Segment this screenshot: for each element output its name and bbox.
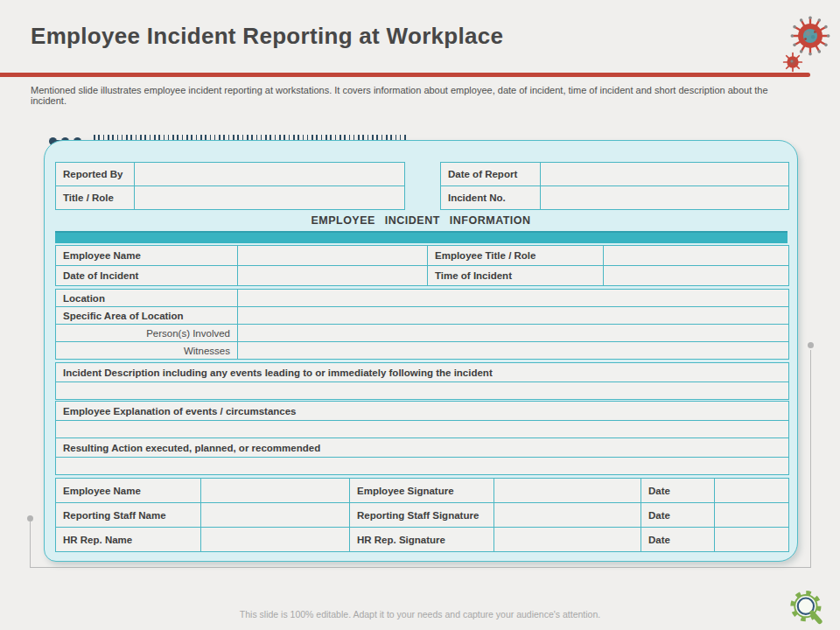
- employee-info-table: Employee Name Employee Title / Role Date…: [55, 245, 789, 286]
- connector-line: [30, 567, 811, 568]
- search-gear-icon: [788, 590, 826, 630]
- employee-title-role-field[interactable]: [604, 246, 788, 265]
- hr-rep-signature-field[interactable]: [494, 528, 640, 551]
- incident-description-label: Incident Description including any event…: [56, 363, 788, 382]
- employee-explanation-field[interactable]: [56, 421, 788, 438]
- title-role-field[interactable]: [135, 186, 404, 209]
- employee-title-role-label: Employee Title / Role: [428, 246, 603, 265]
- signature-table: Employee Name Employee Signature Date Re…: [55, 478, 789, 552]
- date-of-report-label: Date of Report: [441, 163, 540, 186]
- date-of-incident-label: Date of Incident: [56, 266, 237, 285]
- resulting-action-field[interactable]: [56, 458, 788, 474]
- employee-signature-label: Employee Signature: [350, 479, 494, 502]
- reporting-staff-signature-label: Reporting Staff Signature: [350, 503, 494, 527]
- resulting-action-label: Resulting Action executed, planned, or r…: [56, 438, 788, 457]
- reported-by-label: Reported By: [56, 163, 134, 186]
- date-of-incident-field[interactable]: [238, 266, 427, 285]
- location-field[interactable]: [238, 290, 788, 306]
- location-table: Location Specific Area of Location Perso…: [55, 289, 789, 360]
- sig-employee-name-label: Employee Name: [56, 479, 200, 502]
- employee-date-field[interactable]: [715, 479, 788, 502]
- persons-involved-label: Person(s) Involved: [56, 325, 237, 341]
- connector-line: [30, 521, 31, 568]
- section-title: EMPLOYEE INCIDENT INFORMATION: [45, 214, 797, 227]
- slide-description: Mentioned slide illustrates employee inc…: [31, 85, 801, 106]
- report-meta-table: Reported By Title / Role: [55, 162, 405, 210]
- connector-line: [810, 350, 811, 568]
- employee-signature-field[interactable]: [494, 479, 640, 502]
- incident-description-section: Incident Description including any event…: [55, 362, 789, 400]
- reporting-staff-name-field[interactable]: [201, 503, 349, 527]
- witnesses-label: Witnesses: [56, 342, 237, 359]
- hr-rep-name-label: HR Rep. Name: [56, 528, 200, 551]
- hr-rep-date-field[interactable]: [715, 528, 788, 551]
- specific-area-label: Specific Area of Location: [56, 307, 237, 324]
- reporting-staff-name-label: Reporting Staff Name: [56, 503, 200, 527]
- reporting-staff-date-label: Date: [641, 503, 714, 527]
- connector-dot: [808, 342, 814, 348]
- virus-icon-small: [781, 51, 804, 77]
- hr-rep-name-field[interactable]: [201, 528, 349, 551]
- date-of-report-field[interactable]: [541, 163, 788, 186]
- persons-involved-field[interactable]: [238, 325, 788, 341]
- specific-area-field[interactable]: [238, 307, 788, 324]
- reporting-staff-signature-field[interactable]: [494, 503, 640, 527]
- employee-name-label: Employee Name: [56, 246, 237, 265]
- slide: Employee Incident Reporting at Workplace…: [0, 0, 840, 630]
- incident-form-panel: Reported By Title / Role Date of Report …: [44, 140, 798, 562]
- incident-no-field[interactable]: [541, 186, 788, 209]
- employee-explanation-section: Employee Explanation of events / circums…: [55, 401, 789, 438]
- reported-by-field[interactable]: [135, 163, 404, 186]
- employee-date-label: Date: [641, 479, 714, 502]
- title-divider: [0, 73, 810, 77]
- report-meta-table-right: Date of Report Incident No.: [440, 162, 789, 210]
- hr-rep-date-label: Date: [641, 528, 714, 551]
- footer-note: This slide is 100% editable. Adapt it to…: [0, 609, 840, 620]
- time-of-incident-field[interactable]: [604, 266, 788, 285]
- location-label: Location: [56, 290, 237, 306]
- section-header-bar: [55, 231, 788, 243]
- resulting-action-section: Resulting Action executed, planned, or r…: [55, 438, 789, 475]
- sig-employee-name-field[interactable]: [201, 479, 349, 502]
- title-role-label: Title / Role: [56, 186, 134, 209]
- hr-rep-signature-label: HR Rep. Signature: [350, 528, 494, 551]
- incident-no-label: Incident No.: [441, 186, 540, 209]
- reporting-staff-date-field[interactable]: [715, 503, 788, 527]
- time-of-incident-label: Time of Incident: [428, 266, 603, 285]
- incident-description-field[interactable]: [56, 382, 788, 399]
- witnesses-field[interactable]: [238, 342, 788, 359]
- employee-explanation-label: Employee Explanation of events / circums…: [56, 402, 788, 420]
- page-title: Employee Incident Reporting at Workplace: [31, 23, 766, 50]
- employee-name-field[interactable]: [238, 246, 427, 265]
